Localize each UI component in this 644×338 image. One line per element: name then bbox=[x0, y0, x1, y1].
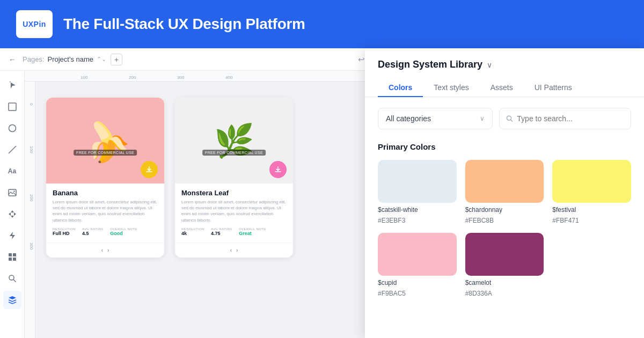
svg-line-10 bbox=[13, 280, 16, 282]
search-input[interactable] bbox=[517, 114, 624, 123]
ruler-mark-300: 300 bbox=[177, 75, 184, 80]
catskill-white-swatch bbox=[378, 160, 457, 203]
monstera-card-body: Monstera Leaf Lorem ipsum dolor sit amet… bbox=[175, 183, 293, 243]
rectangle-tool[interactable] bbox=[3, 98, 21, 116]
banana-rating: AVG RATING 4.5 bbox=[82, 227, 104, 236]
vertical-ruler: 0 100 200 300 bbox=[25, 82, 35, 338]
pages-label: Pages: bbox=[23, 55, 44, 63]
color-item-chardonnay: $chardonnay #FEBC8B bbox=[465, 160, 544, 224]
image-tool[interactable] bbox=[3, 183, 21, 202]
panel-tabs: Colors Text styles Assets UI Patterns bbox=[378, 79, 631, 97]
monstera-next-button[interactable]: › bbox=[236, 247, 238, 253]
camelot-swatch bbox=[465, 233, 544, 276]
svg-rect-0 bbox=[9, 103, 16, 111]
panel-chevron-icon[interactable]: ∨ bbox=[487, 61, 492, 69]
tab-ui-patterns[interactable]: UI Patterns bbox=[524, 79, 583, 97]
banana-card-image: 🍌 FREE FOR COMMERCIAL USE bbox=[46, 98, 164, 183]
panel-title: Design System Library bbox=[378, 59, 482, 70]
lightning-tool[interactable] bbox=[3, 226, 21, 245]
banana-next-button[interactable]: › bbox=[107, 247, 109, 253]
colors-grid: $catskill-white #E3EBF3 $chardonnay #FEB… bbox=[378, 160, 631, 297]
left-sidebar: Aa bbox=[0, 71, 25, 338]
banana-free-badge: FREE FOR COMMERCIAL USE bbox=[74, 150, 137, 156]
banana-card-meta: RESOLUTION Full HD AVG RATING 4.5 OVERAL… bbox=[53, 227, 158, 236]
banana-card-desc: Lorem ipsum dolor sit amet, consectetur … bbox=[53, 199, 158, 223]
svg-point-1 bbox=[9, 125, 16, 132]
banana-card-body: Banana Lorem ipsum dolor sit amet, conse… bbox=[46, 183, 164, 243]
svg-rect-3 bbox=[9, 189, 16, 196]
ruler-mark-200: 200 bbox=[129, 75, 136, 80]
monstera-note: OVERALL NOTE Great bbox=[239, 227, 266, 236]
cupid-swatch bbox=[378, 233, 457, 276]
panel-title-row: Design System Library ∨ bbox=[378, 59, 631, 70]
search-icon bbox=[506, 115, 513, 122]
uxpin-logo: UXPin bbox=[16, 10, 53, 38]
svg-rect-7 bbox=[9, 258, 12, 261]
primary-colors-title: Primary Colors bbox=[378, 142, 631, 151]
filter-row: All categories ∨ bbox=[378, 108, 631, 129]
panel-body: All categories ∨ Primary Colors $catskil… bbox=[365, 97, 644, 308]
color-item-camelot: $camelot #8D336A bbox=[465, 233, 544, 297]
monstera-card: 🌿 FREE FOR COMMERCIAL USE Monstera Leaf … bbox=[175, 98, 293, 258]
monstera-card-meta: RESOLUTION 4k AVG RATING 4.75 OVERALL NO… bbox=[181, 227, 287, 236]
component-tool[interactable] bbox=[3, 205, 21, 223]
svg-point-4 bbox=[13, 190, 14, 192]
festival-hex: #FBF471 bbox=[552, 217, 631, 224]
banana-card: 🍌 FREE FOR COMMERCIAL USE Banana Lorem i… bbox=[46, 98, 164, 258]
back-button[interactable]: ← bbox=[6, 54, 18, 65]
panel-header: Design System Library ∨ Colors Text styl… bbox=[365, 48, 644, 97]
camelot-name: $camelot bbox=[465, 279, 544, 286]
top-bar: UXPin The Full-Stack UX Design Platform bbox=[0, 0, 644, 48]
pages-chevron-icon[interactable]: ⌃⌄ bbox=[97, 56, 106, 63]
catskill-white-hex: #E3EBF3 bbox=[378, 217, 457, 224]
cupid-hex: #F9BAC5 bbox=[378, 290, 457, 297]
monstera-rating-value: 4.75 bbox=[211, 231, 232, 236]
tab-assets[interactable]: Assets bbox=[480, 79, 524, 97]
undo-button[interactable]: ↩ bbox=[358, 55, 365, 64]
text-tool[interactable]: Aa bbox=[3, 162, 21, 180]
color-item-festival: $festival #FBF471 bbox=[552, 160, 631, 224]
banana-note-value: Good bbox=[110, 231, 137, 236]
color-item-cupid: $cupid #F9BAC5 bbox=[378, 233, 457, 297]
category-select[interactable]: All categories ∨ bbox=[378, 108, 493, 129]
festival-swatch bbox=[552, 160, 631, 203]
banana-pagination: ‹ › bbox=[46, 243, 164, 258]
add-page-button[interactable]: + bbox=[111, 54, 122, 65]
design-system-panel: Design System Library ∨ Colors Text styl… bbox=[365, 48, 644, 338]
svg-line-12 bbox=[510, 120, 512, 121]
monstera-rating: AVG RATING 4.75 bbox=[211, 227, 232, 236]
banana-download-button[interactable] bbox=[141, 161, 158, 178]
ruler-mark-v-200: 200 bbox=[29, 194, 34, 201]
monstera-pagination: ‹ › bbox=[175, 243, 293, 258]
svg-rect-6 bbox=[13, 253, 16, 256]
monstera-download-button[interactable] bbox=[269, 161, 287, 178]
monstera-note-value: Great bbox=[239, 231, 266, 236]
chardonnay-swatch bbox=[465, 160, 544, 203]
ruler-mark-100: 100 bbox=[80, 75, 87, 80]
ellipse-tool[interactable] bbox=[3, 119, 21, 137]
catskill-white-name: $catskill-white bbox=[378, 206, 457, 214]
layers-tool[interactable] bbox=[3, 291, 21, 309]
camelot-hex: #8D336A bbox=[465, 290, 544, 297]
line-tool[interactable] bbox=[3, 141, 21, 159]
project-name[interactable]: Project's name bbox=[47, 55, 93, 63]
ruler-mark-400: 400 bbox=[225, 75, 232, 80]
search-box bbox=[499, 108, 631, 129]
tab-colors[interactable]: Colors bbox=[378, 79, 423, 97]
ruler-mark-v-0: 0 bbox=[29, 103, 34, 105]
category-select-label: All categories bbox=[386, 114, 431, 123]
tab-text-styles[interactable]: Text styles bbox=[423, 79, 479, 97]
monstera-resolution-value: 4k bbox=[181, 231, 204, 236]
monstera-free-badge: FREE FOR COMMERCIAL USE bbox=[202, 150, 266, 156]
ruler-mark-v-100: 100 bbox=[29, 146, 34, 153]
banana-card-title: Banana bbox=[53, 189, 158, 197]
search-tool[interactable] bbox=[3, 269, 21, 288]
grid-tool[interactable] bbox=[3, 248, 21, 266]
monstera-resolution: RESOLUTION 4k bbox=[181, 227, 204, 236]
banana-emoji: 🍌 bbox=[76, 112, 135, 170]
cursor-tool[interactable] bbox=[3, 76, 21, 94]
banana-rating-value: 4.5 bbox=[82, 231, 104, 236]
monstera-prev-button[interactable]: ‹ bbox=[230, 247, 232, 253]
banana-prev-button[interactable]: ‹ bbox=[101, 247, 103, 253]
festival-name: $festival bbox=[552, 206, 631, 214]
